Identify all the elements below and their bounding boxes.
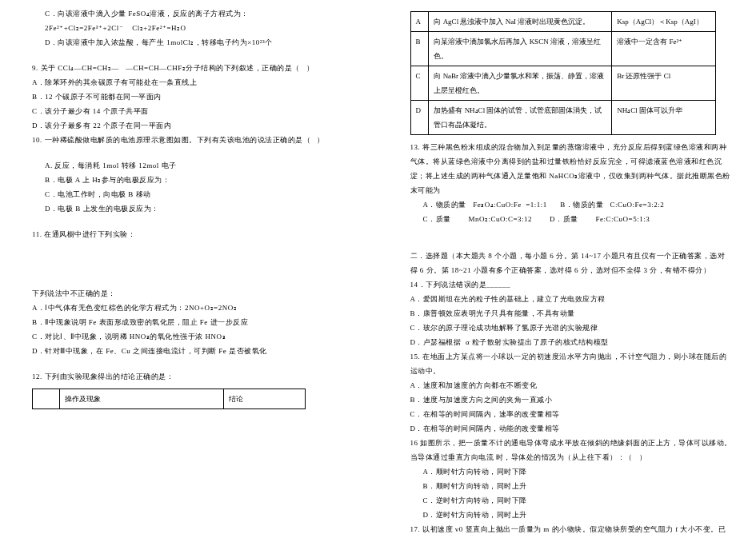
cell-a-key: A [410,12,429,32]
q12-th-op: 操作及现象 [60,389,224,409]
q16-opt-b: B．顺时针方向转动，同时上升 [410,479,733,493]
cell-d-op: 加热盛有 NH₄Cl 固体的试管，试管底部固体消失，试管口有晶体凝结。 [429,101,612,135]
q11-opt-d: D．针对Ⅲ中现象，在 Fe、Cu 之间连接电流计，可判断 Fe 是否被氧化 [32,344,354,358]
cell-a-op: 向 AgCl 悬浊液中加入 NaI 溶液时出现黄色沉淀。 [429,12,612,32]
cell-c-key: C [410,66,429,101]
q12-stem: 12. 下列由实验现象得出的结论正确的是： [32,369,354,384]
q15-opt-d: D．在相等的时间间隔内，动能的改变量相等 [410,421,733,436]
cell-b-conc: 溶液中一定含有 Fe²⁺ [612,32,716,66]
q12-th-conc: 结论 [223,389,305,409]
cell-c-op: 向 NaBr 溶液中滴入少量氯水和苯，振荡、静置，溶液上层呈橙红色。 [429,66,612,101]
q14-opt-a: A．爱因斯坦在光的粒子性的基础上，建立了光电效应方程 [410,292,733,306]
q13-opt-cd: C．质量 MnO₂:CuO:C=3:12 D．质量 Fe:C:CuO=5:1:3 [410,212,733,226]
q8-c-eq: 2Fe²⁺+Cl₂=2Fe³⁺+2Cl⁻ Cl₂+2Fe²⁺=H₂O [32,21,354,35]
q17-stem: 17. 以初速度 v0 竖直向上抛出一质量为 m 的小物块。假定物块所受的空气阻… [410,522,733,534]
q13-opt-ab: A．物质的量 Fe₃O₄:CuO:Fe =1:1:1 B．物质的量 C:CuO:… [410,197,733,212]
table-row: 操作及现象 结论 [33,389,306,409]
q11-lead: 下列说法中不正确的是： [32,286,354,301]
q14-opt-c: C．玻尔的原子理论成功地解释了氢原子光谱的实验规律 [410,321,733,335]
q15-opt-b: B．速度与加速度方向之间的夹角一直减小 [410,393,733,407]
q15-opt-a: A．速度和加速度的方向都在不断变化 [410,378,733,393]
left-column: C．向该溶液中滴入少量 FeSO₄溶液，反应的离子方程式为： 2Fe²⁺+Cl₂… [0,0,378,534]
cell-d-key: D [410,101,429,135]
section2-title: 二．选择题（本大题共 8 个小题，每小题 6 分。第 14~17 小题只有且仅有… [410,249,733,277]
right-column: A 向 AgCl 悬浊液中加入 NaI 溶液时出现黄色沉淀。 Ksp（AgCl）… [378,0,757,534]
document-page: C．向该溶液中滴入少量 FeSO₄溶液，反应的离子方程式为： 2Fe²⁺+Cl₂… [0,0,756,534]
q14-stem: 14．下列说法错误的是______ [410,277,733,292]
q12-table: 操作及现象 结论 [32,389,306,409]
cell-b-op: 向某溶液中滴加氯水后再加入 KSCN 溶液，溶液呈红色。 [429,32,612,66]
q16-opt-c: C．逆时针方向转动，同时下降 [410,493,733,508]
q12-table-body: A 向 AgCl 悬浊液中加入 NaI 溶液时出现黄色沉淀。 Ksp（AgCl）… [410,11,716,135]
q16-stem: 16 如图所示，把一质量不计的通电导体弯成水平放在倾斜的绝缘斜面的正上方，导体可… [410,436,733,464]
q16-opt-a: A．顺时针方向转动，同时下降 [410,464,733,479]
q15-stem: 15. 在地面上方某点将一小球以一定的初速度沿水平方向抛出，不计空气阻力，则小球… [410,349,733,378]
q14-opt-b: B．康普顿效应表明光子只具有能量，不具有动量 [410,306,733,321]
table-row: B 向某溶液中滴加氯水后再加入 KSCN 溶液，溶液呈红色。 溶液中一定含有 F… [410,32,715,66]
q10-stem: 10. 一种稀硫酸做电解质的电池原理示意图如图。下列有关该电池的说法正确的是（ … [32,133,354,147]
table-row: C 向 NaBr 溶液中滴入少量氯水和苯，振荡、静置，溶液上层呈橙红色。 Br … [410,66,715,101]
q10-opt-b: B．电极 A 上 H₂参与的电极反应为： [32,173,354,187]
table-row: A 向 AgCl 悬浊液中加入 NaI 溶液时出现黄色沉淀。 Ksp（AgCl）… [410,12,715,32]
q11-opt-a: A．Ⅰ中气体有无色变红棕色的化学方程式为：2NO+O₂=2NO₂ [32,301,354,315]
q9-stem: 9. 关于 CCl₄—CH=CH₂— —CH=CH—CHF₂分子结构的下列叙述，… [32,61,354,75]
cell-d-conc: NH₄Cl 固体可以升华 [612,101,716,135]
q14-opt-d: D．卢瑟福根据 α 粒子散射实验提出了原子的核式结构模型 [410,335,733,349]
q11-opt-b: B．Ⅱ中现象说明 Fe 表面形成致密的氧化层，阻止 Fe 进一步反应 [32,315,354,329]
q9-opt-d: D．该分子最多有 22 个原子在同一平面内 [32,118,354,133]
q10-opt-a: A. 反应，每消耗 1mol 转移 12mol 电子 [32,158,354,173]
q8-c-text: C．向该溶液中滴入少量 FeSO₄溶液，反应的离子方程式为： [32,6,354,21]
q10-opt-d: D．电极 B 上发生的电极反应为： [32,201,354,216]
q9-opt-b: B．12 个碳原子不可能都在同一平面内 [32,90,354,104]
q10-opt-c: C．电池工作时，向电极 B 移动 [32,187,354,201]
cell-b-key: B [410,32,429,66]
q13-stem: 13. 将三种黑色粉末组成的混合物加入到足量的蒸馏溶液中，充分反应后得到蓝绿色溶… [410,140,733,197]
cell-c-conc: Br 还原性强于 Cl [612,66,716,101]
q9-opt-c: C．该分子最少有 14 个原子共平面 [32,104,354,118]
table-row: D 加热盛有 NH₄Cl 固体的试管，试管底部固体消失，试管口有晶体凝结。 NH… [410,101,715,135]
q16-opt-d: D．逆时针方向转动，同时上升 [410,508,733,522]
q9-opt-a: A．除苯环外的其余碳原子有可能处在一条直线上 [32,75,354,90]
q11-opt-c: C．对比Ⅰ、Ⅱ中现象，说明稀 HNO₃的氧化性强于浓 HNO₃ [32,329,354,344]
q11-stem: 11. 在通风橱中进行下列实验： [32,227,354,241]
q15-opt-c: C．在相等的时间间隔内，速率的改变量相等 [410,407,733,421]
q8-d-text: D．向该溶液中加入浓盐酸，每产生 1molCl₂，转移电子约为×10²³个 [32,35,354,50]
cell-a-conc: Ksp（AgCl）＜Ksp（AgI） [612,12,716,32]
